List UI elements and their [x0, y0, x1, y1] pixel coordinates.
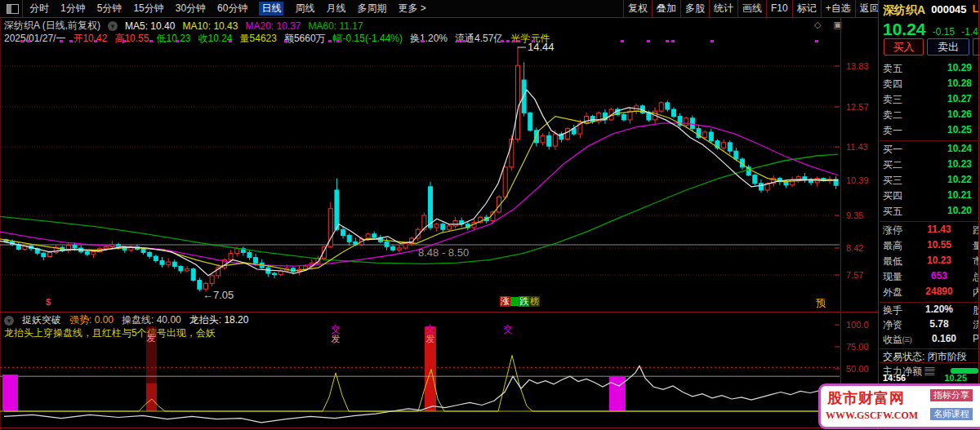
- tick-time: 14:56: [883, 373, 906, 383]
- svg-text:发: 发: [332, 334, 341, 344]
- period-tab-7[interactable]: 周线: [295, 2, 314, 16]
- buy-row-5: 买五10.20: [883, 205, 978, 219]
- svg-text:14.44: 14.44: [528, 41, 555, 53]
- svg-text:交: 交: [332, 324, 341, 334]
- watermark-badge-2: 名师课程: [930, 408, 973, 420]
- price-axis-label: 11.43: [846, 142, 868, 152]
- tools-menu: 复权叠加多股统计画线F10标记+自选返回: [623, 0, 884, 17]
- alert-label[interactable]: 预: [816, 296, 826, 310]
- sell-row-3-label: 卖三: [883, 93, 902, 107]
- period-tab-5[interactable]: 60分钟: [217, 2, 247, 16]
- info-row-4: 外盘24890内: [883, 286, 978, 299]
- panel-divider: [880, 362, 980, 363]
- watermark-title: 股市财富网: [827, 388, 905, 408]
- buy-row-2-value: 10.23: [947, 158, 972, 172]
- tool-button-7[interactable]: +自选: [821, 0, 855, 17]
- stock-name: 深纺织A: [883, 3, 925, 18]
- price-pct: -1.4: [961, 20, 978, 39]
- tool-button-5[interactable]: F10: [766, 0, 792, 17]
- tool-button-3[interactable]: 统计: [709, 0, 737, 17]
- pane-divider: [0, 312, 879, 313]
- band-tile-0[interactable]: 涨: [500, 296, 510, 307]
- info-row-0-label: 涨停: [883, 224, 902, 237]
- buy-row-2: 买二10.23: [883, 158, 978, 172]
- stock-header: 深纺织A 000045 L: [883, 3, 978, 18]
- info2-row-1: 净资5.78流: [883, 318, 978, 332]
- svg-text:8.48 - 8.50: 8.48 - 8.50: [418, 246, 469, 259]
- buy-row-5-value: 10.20: [947, 205, 972, 219]
- info-row-0-clipped: 跌: [973, 224, 978, 237]
- period-tab-9[interactable]: 多周期: [357, 2, 386, 16]
- period-tab-10[interactable]: 更多 >: [398, 2, 425, 16]
- tool-button-6[interactable]: 标记: [792, 0, 821, 17]
- sell-row-1-label: 卖一: [883, 124, 902, 138]
- tool-button-2[interactable]: 多股: [680, 0, 709, 17]
- info-row-1-clipped: 量: [973, 239, 978, 253]
- info-row-3-value: 653: [931, 270, 947, 284]
- window-icon[interactable]: [7, 4, 19, 14]
- indicator-axis-label: 75.00: [846, 342, 869, 352]
- sell-row-3: 卖三10.27: [883, 93, 978, 107]
- info2-row-0: 换手1.20%股: [883, 304, 978, 317]
- info-row-0: 涨停11.43跌: [883, 224, 978, 237]
- buy-row-1-value: 10.24: [947, 143, 972, 157]
- sell-button[interactable]: 卖出: [927, 38, 969, 55]
- sell-row-5: 卖五10.29: [883, 62, 978, 76]
- info2-row-2-label: 收益㈢: [883, 333, 912, 347]
- buy-row-1: 买一10.24: [883, 143, 978, 157]
- indicator-axis-label: 100.0: [846, 320, 869, 330]
- period-tab-0[interactable]: 分时: [29, 2, 49, 16]
- info-row-2-clipped: 市: [973, 255, 978, 268]
- tool-button-0[interactable]: 复权: [623, 0, 652, 17]
- watermark-url: WWW.GSCFW.COM: [826, 410, 918, 422]
- period-tab-8[interactable]: 月线: [326, 2, 345, 16]
- panel-divider: [880, 302, 980, 303]
- tick-price: 10.25: [944, 373, 967, 383]
- info2-row-2-value: 0.160: [932, 333, 956, 347]
- info-row-4-label: 外盘: [883, 286, 902, 299]
- sell-row-1: 卖一10.25: [883, 124, 978, 138]
- period-tab-6[interactable]: 日线: [259, 2, 283, 16]
- sell-row-2-label: 卖二: [883, 109, 902, 122]
- buy-row-4: 买四10.21: [883, 189, 978, 203]
- band-tile-1[interactable]: [510, 297, 519, 306]
- axis-border: [840, 17, 841, 428]
- period-tab-3[interactable]: 15分钟: [133, 2, 163, 16]
- svg-text:←7.05: ←7.05: [203, 289, 234, 301]
- band-tile-2[interactable]: 跌: [519, 296, 529, 307]
- dollar-marker: $: [46, 297, 51, 307]
- buy-row-3: 买三10.22: [883, 174, 978, 188]
- last-price: 10.24: [883, 20, 926, 39]
- info-row-3-clipped: 总: [973, 270, 978, 284]
- buy-row-4-value: 10.21: [947, 189, 972, 203]
- period-tab-4[interactable]: 30分钟: [176, 2, 206, 16]
- sell-row-1-value: 10.25: [947, 124, 972, 138]
- info2-row-0-label: 换手: [883, 304, 902, 317]
- period-menu: 分时1分钟5分钟15分钟30分钟60分钟日线周线月线多周期更多 >: [29, 0, 426, 17]
- period-tab-2[interactable]: 5分钟: [97, 2, 122, 16]
- price-axis-label: 10.39: [846, 175, 869, 185]
- tool-button-4[interactable]: 画线: [737, 0, 766, 17]
- svg-text:交: 交: [504, 324, 513, 334]
- info2-row-1-label: 净资: [883, 318, 902, 332]
- watermark-box: 股市财富网 WWW.GSCFW.COM 指标分享 名师课程: [818, 383, 980, 429]
- price-axis-label: 9.35: [846, 211, 863, 220]
- info2-row-1-clipped: 流: [973, 318, 978, 332]
- period-tab-1[interactable]: 1分钟: [60, 2, 86, 16]
- buy-button[interactable]: 买入: [884, 38, 924, 55]
- panel-border: [878, 0, 879, 430]
- buy-row-4-label: 买四: [883, 189, 902, 203]
- info-row-2-label: 最低: [883, 255, 902, 268]
- price-axis-label: 8.42: [846, 243, 863, 253]
- info2-row-1-value: 5.78: [929, 318, 948, 332]
- band-tile-3[interactable]: 榜: [529, 296, 540, 307]
- more-button-clipped[interactable]: [973, 38, 980, 55]
- info-row-4-clipped: 内: [973, 286, 978, 299]
- rank-band-tiles[interactable]: 涨跌榜: [500, 296, 540, 307]
- svg-text:发: 发: [426, 334, 435, 344]
- svg-text:交: 交: [426, 324, 435, 334]
- info-row-1: 最高10.55量: [883, 239, 978, 253]
- tool-button-1[interactable]: 叠加: [652, 0, 680, 17]
- info-row-1-label: 最高: [883, 239, 902, 253]
- candlestick-chart: 14.44←7.058.48 - 8.50: [0, 17, 840, 312]
